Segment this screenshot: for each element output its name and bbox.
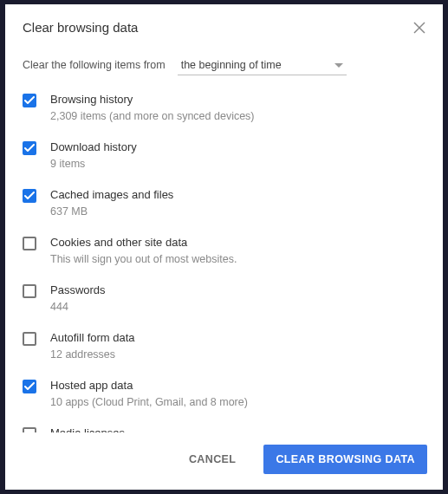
option-row: Autofill form data12 addresses bbox=[23, 322, 425, 370]
option-label: Cached images and files bbox=[50, 187, 173, 203]
option-text: Browsing history2,309 items (and more on… bbox=[50, 92, 255, 124]
clear-browsing-data-dialog: Clear browsing data Clear the following … bbox=[5, 4, 443, 490]
option-label: Autofill form data bbox=[50, 330, 135, 346]
option-text: Hosted app data10 apps (Cloud Print, Gma… bbox=[50, 378, 248, 410]
option-text: Cached images and files637 MB bbox=[50, 187, 173, 219]
option-sublabel: This will sign you out of most websites. bbox=[50, 252, 237, 268]
option-sublabel: 444 bbox=[50, 300, 106, 315]
option-checkbox[interactable] bbox=[23, 189, 36, 203]
option-sublabel: 637 MB bbox=[50, 205, 173, 220]
option-text: Cookies and other site dataThis will sig… bbox=[50, 235, 237, 267]
option-checkbox[interactable] bbox=[23, 141, 36, 155]
option-label: Download history bbox=[50, 140, 137, 155]
option-label: Media licenses bbox=[50, 426, 425, 432]
check-icon bbox=[24, 382, 35, 391]
dialog-title: Clear browsing data bbox=[23, 20, 413, 35]
dialog-footer: CANCEL CLEAR BROWSING DATA bbox=[5, 432, 443, 490]
option-checkbox[interactable] bbox=[23, 332, 36, 346]
option-row: Download history9 items bbox=[23, 132, 425, 179]
dialog-header: Clear browsing data bbox=[5, 4, 443, 40]
option-checkbox[interactable] bbox=[23, 284, 36, 298]
option-checkbox[interactable] bbox=[23, 380, 36, 393]
option-checkbox[interactable] bbox=[23, 237, 36, 250]
check-icon bbox=[24, 96, 35, 105]
check-icon bbox=[24, 144, 35, 153]
option-label: Browsing history bbox=[50, 92, 255, 107]
time-range-value: the beginning of time bbox=[181, 59, 334, 71]
close-button[interactable] bbox=[413, 22, 425, 34]
time-range-row: Clear the following items from the begin… bbox=[5, 40, 443, 79]
option-text: Passwords444 bbox=[50, 283, 106, 315]
option-checkbox[interactable] bbox=[23, 94, 36, 107]
clear-data-button[interactable]: CLEAR BROWSING DATA bbox=[263, 445, 427, 474]
option-label: Hosted app data bbox=[50, 378, 248, 393]
options-list: Browsing history2,309 items (and more on… bbox=[5, 79, 443, 432]
option-sublabel: 12 addresses bbox=[50, 348, 135, 363]
option-row: Cookies and other site dataThis will sig… bbox=[23, 227, 425, 275]
option-text: Autofill form data12 addresses bbox=[50, 330, 135, 362]
option-row: Passwords444 bbox=[23, 275, 425, 322]
option-label: Cookies and other site data bbox=[50, 235, 237, 250]
option-row: Media licensesYou may lose access to pre… bbox=[23, 418, 425, 432]
option-label: Passwords bbox=[50, 283, 106, 298]
time-range-label: Clear the following items from bbox=[23, 59, 166, 71]
close-icon bbox=[413, 22, 425, 34]
option-sublabel: 9 items bbox=[50, 157, 137, 172]
option-sublabel: 10 apps (Cloud Print, Gmail, and 8 more) bbox=[50, 395, 248, 411]
time-range-select[interactable]: the beginning of time bbox=[178, 57, 347, 75]
check-icon bbox=[24, 192, 35, 200]
option-row: Browsing history2,309 items (and more on… bbox=[23, 84, 425, 132]
option-sublabel: 2,309 items (and more on synced devices) bbox=[50, 109, 255, 125]
option-row: Hosted app data10 apps (Cloud Print, Gma… bbox=[23, 370, 425, 418]
chevron-down-icon bbox=[334, 59, 343, 71]
option-text: Media licensesYou may lose access to pre… bbox=[50, 426, 425, 432]
option-row: Cached images and files637 MB bbox=[23, 179, 425, 227]
option-text: Download history9 items bbox=[50, 140, 137, 172]
cancel-button[interactable]: CANCEL bbox=[177, 445, 248, 474]
